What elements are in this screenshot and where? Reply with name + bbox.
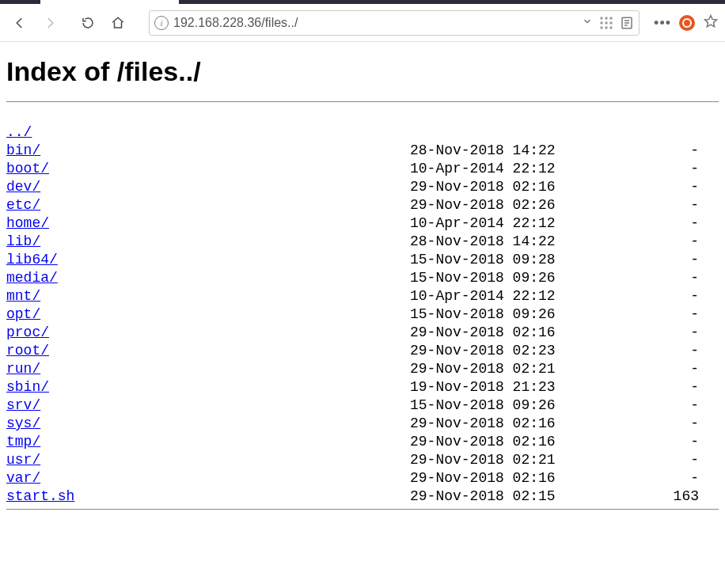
svg-rect-6 <box>605 26 608 28</box>
listing-link[interactable]: start.sh <box>6 488 74 504</box>
listing-date: 29-Nov-2018 02:16 <box>410 324 568 342</box>
listing-row: dev/29-Nov-2018 02:16- <box>6 178 719 196</box>
svg-rect-0 <box>601 17 603 19</box>
svg-rect-1 <box>605 17 608 19</box>
listing-row: etc/29-Nov-2018 02:26- <box>6 196 719 214</box>
reader-view-icon[interactable] <box>620 16 634 30</box>
listing-date: 29-Nov-2018 02:23 <box>410 342 568 360</box>
listing-size: - <box>568 214 699 233</box>
listing-row: opt/15-Nov-2018 09:26- <box>6 305 719 324</box>
listing-size: - <box>568 251 699 269</box>
listing-link[interactable]: var/ <box>6 470 40 486</box>
listing-link[interactable]: mnt/ <box>6 288 40 304</box>
listing-date: 15-Nov-2018 09:26 <box>410 396 568 415</box>
listing-link[interactable]: etc/ <box>6 197 40 213</box>
page-content: Index of /files../ ../bin/28-Nov-2018 14… <box>0 42 725 510</box>
parent-link[interactable]: ../ <box>6 124 32 140</box>
listing-link[interactable]: media/ <box>6 270 58 286</box>
window-top-strip <box>0 0 725 4</box>
listing-size: - <box>568 396 699 415</box>
listing-date: 29-Nov-2018 02:16 <box>410 433 568 451</box>
divider-top <box>6 101 719 102</box>
listing-size: - <box>568 433 699 451</box>
listing-row: run/29-Nov-2018 02:21- <box>6 360 719 378</box>
listing-size: - <box>568 324 699 342</box>
listing-link[interactable]: lib64/ <box>6 252 58 267</box>
svg-rect-2 <box>610 17 613 19</box>
listing-date: 29-Nov-2018 02:26 <box>410 196 568 214</box>
listing-size: 163 <box>568 487 699 506</box>
listing-link[interactable]: home/ <box>6 215 49 231</box>
url-dropdown-icon[interactable] <box>582 16 593 30</box>
ubuntu-icon[interactable] <box>679 15 695 31</box>
listing-date: 28-Nov-2018 14:22 <box>410 142 568 160</box>
back-button[interactable] <box>6 9 33 36</box>
listing-date: 29-Nov-2018 02:15 <box>410 487 568 506</box>
listing-size: - <box>568 233 699 251</box>
listing-date: 15-Nov-2018 09:26 <box>410 305 568 324</box>
listing-link[interactable]: bin/ <box>6 142 40 158</box>
listing-link[interactable]: lib/ <box>6 233 40 249</box>
svg-rect-7 <box>610 26 613 28</box>
listing-date: 29-Nov-2018 02:21 <box>410 360 568 378</box>
listing-row: usr/29-Nov-2018 02:21- <box>6 451 719 469</box>
bookmark-star-icon[interactable] <box>703 13 719 32</box>
listing-row: sbin/19-Nov-2018 21:23- <box>6 378 719 396</box>
divider-bottom <box>6 509 719 510</box>
listing-row: boot/10-Apr-2014 22:12- <box>6 160 719 178</box>
listing-size: - <box>568 342 699 360</box>
listing-link[interactable]: opt/ <box>6 306 40 322</box>
listing-row: tmp/29-Nov-2018 02:16- <box>6 433 719 451</box>
forward-button[interactable] <box>36 9 63 36</box>
listing-size: - <box>568 469 699 487</box>
listing-date: 10-Apr-2014 22:12 <box>410 287 568 305</box>
svg-rect-5 <box>601 26 603 28</box>
listing-parent-row: ../ <box>6 123 719 142</box>
menu-dots-icon[interactable]: ••• <box>654 16 671 30</box>
listing-link[interactable]: run/ <box>6 361 40 377</box>
listing-date: 19-Nov-2018 21:23 <box>410 378 568 396</box>
qr-icon[interactable] <box>599 16 613 30</box>
listing-row: sys/29-Nov-2018 02:16- <box>6 415 719 433</box>
listing-size: - <box>568 269 699 287</box>
listing-date: 29-Nov-2018 02:16 <box>410 415 568 433</box>
listing-row: media/15-Nov-2018 09:26- <box>6 269 719 287</box>
listing-date: 15-Nov-2018 09:26 <box>410 269 568 287</box>
listing-row: start.sh29-Nov-2018 02:15163 <box>6 487 719 506</box>
listing-link[interactable]: sbin/ <box>6 379 49 395</box>
listing-size: - <box>568 451 699 469</box>
reload-button[interactable] <box>74 9 101 36</box>
listing-row: mnt/10-Apr-2014 22:12- <box>6 287 719 305</box>
directory-listing: ../bin/28-Nov-2018 14:22-boot/10-Apr-201… <box>6 105 719 506</box>
svg-rect-4 <box>610 21 613 24</box>
listing-link[interactable]: tmp/ <box>6 434 40 450</box>
listing-link[interactable]: proc/ <box>6 324 49 340</box>
listing-date: 10-Apr-2014 22:12 <box>410 214 568 233</box>
listing-row: bin/28-Nov-2018 14:22- <box>6 142 719 160</box>
listing-link[interactable]: root/ <box>6 343 49 358</box>
listing-link[interactable]: usr/ <box>6 452 40 468</box>
listing-row: proc/29-Nov-2018 02:16- <box>6 324 719 342</box>
browser-toolbar: i 192.168.228.36/files../ ••• <box>0 4 725 42</box>
listing-size: - <box>568 178 699 196</box>
listing-row: root/29-Nov-2018 02:23- <box>6 342 719 360</box>
listing-date: 29-Nov-2018 02:21 <box>410 451 568 469</box>
listing-size: - <box>568 360 699 378</box>
site-info-icon[interactable]: i <box>154 16 169 30</box>
listing-size: - <box>568 305 699 324</box>
listing-link[interactable]: boot/ <box>6 161 49 176</box>
listing-date: 28-Nov-2018 14:22 <box>410 233 568 251</box>
listing-link[interactable]: sys/ <box>6 415 40 431</box>
url-bar[interactable]: i 192.168.228.36/files../ <box>149 10 640 36</box>
page-heading: Index of /files../ <box>6 56 719 87</box>
listing-size: - <box>568 378 699 396</box>
listing-date: 29-Nov-2018 02:16 <box>410 178 568 196</box>
listing-size: - <box>568 287 699 305</box>
listing-link[interactable]: srv/ <box>6 397 40 413</box>
listing-size: - <box>568 160 699 178</box>
listing-size: - <box>568 196 699 214</box>
home-button[interactable] <box>104 9 131 36</box>
listing-size: - <box>568 415 699 433</box>
listing-link[interactable]: dev/ <box>6 179 40 195</box>
url-text: 192.168.228.36/files../ <box>173 16 577 30</box>
